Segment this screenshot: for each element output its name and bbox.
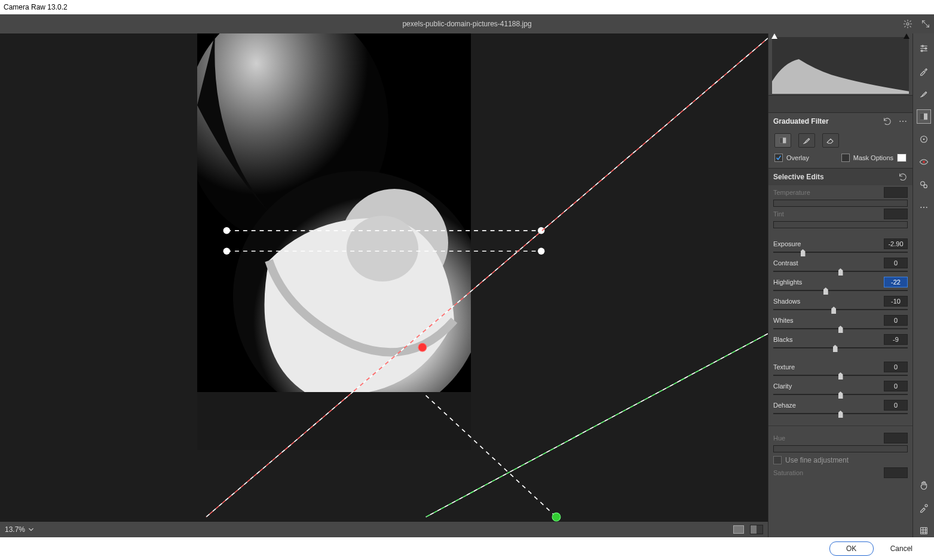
whites-slider[interactable]: Whites0 (773, 316, 908, 332)
svg-point-5 (347, 216, 418, 281)
clarity-value[interactable]: 0 (884, 381, 908, 391)
more-tools-icon[interactable] (917, 201, 930, 214)
right-panel: Graduated Filter (768, 33, 912, 537)
exposure-slider[interactable]: Exposure-2.90 (773, 239, 908, 256)
before-after-toggle-icon[interactable] (733, 525, 744, 534)
svg-line-16 (426, 333, 768, 517)
image-canvas[interactable] (197, 33, 471, 450)
zoom-value: 13.7% (5, 525, 25, 534)
graduated-filter-icon[interactable] (917, 110, 930, 123)
brush-mask-icon[interactable] (798, 133, 815, 148)
contrast-value[interactable]: 0 (884, 258, 908, 268)
texture-value[interactable]: 0 (884, 362, 908, 372)
selective-edits-header: Selective Edits (768, 168, 912, 185)
slider-track[interactable] (773, 325, 908, 332)
cancel-button[interactable]: Cancel (890, 544, 912, 553)
statusbar: 13.7% (0, 522, 768, 537)
eyedropper-icon[interactable] (917, 65, 930, 78)
slider-label: Highlights (773, 279, 802, 286)
reset-icon[interactable] (883, 117, 892, 126)
mask-options-checkbox[interactable]: Mask Options (841, 154, 907, 162)
hue-value (884, 433, 908, 443)
mask-color-swatch[interactable] (897, 154, 907, 162)
slider-label: Exposure (773, 240, 801, 247)
svg-point-31 (923, 139, 924, 140)
hand-tool-icon[interactable] (917, 479, 930, 492)
slider-track (773, 445, 908, 452)
dehaze-slider[interactable]: Dehaze0 (773, 400, 908, 417)
clarity-slider[interactable]: Clarity0 (773, 381, 908, 398)
hue-slider: Hue (773, 433, 908, 452)
slider-track[interactable] (773, 391, 908, 398)
status-right (733, 525, 763, 534)
mask-options-row: Overlay Mask Options (768, 151, 912, 168)
slider-track[interactable] (773, 268, 908, 275)
slider-label: Texture (773, 363, 795, 371)
svg-point-22 (905, 121, 907, 122)
svg-line-17 (426, 333, 768, 517)
whites-value[interactable]: 0 (884, 315, 908, 326)
blacks-slider[interactable]: Blacks-9 (773, 335, 908, 351)
slider-label: Blacks (773, 336, 792, 343)
highlights-value[interactable]: -22 (884, 277, 908, 287)
highlights-slider[interactable]: Highlights-22 (773, 277, 908, 294)
slider-label: Whites (773, 317, 794, 324)
fullscreen-icon[interactable] (921, 19, 930, 29)
svg-rect-24 (780, 137, 783, 143)
detail-sliders: Texture0Clarity0Dehaze0 (768, 360, 912, 426)
document-topbar: pexels-public-domain-pictures-41188.jpg (0, 14, 934, 33)
shadows-slider[interactable]: Shadows-10 (773, 296, 908, 313)
histogram[interactable] (772, 37, 909, 94)
window-titlebar: Camera Raw 13.0.2 (0, 0, 934, 14)
slider-track[interactable] (773, 306, 908, 313)
mask-options-label: Mask Options (853, 154, 893, 161)
split-view-icon[interactable] (750, 525, 763, 534)
redeye-icon[interactable] (917, 155, 930, 169)
shadows-value[interactable]: -10 (884, 296, 908, 307)
slider-track[interactable] (773, 410, 908, 417)
adjustments-scrollpane[interactable]: Selective Edits Temperature (768, 168, 912, 537)
topbar-right-icons (903, 19, 930, 29)
texture-slider[interactable]: Texture0 (773, 362, 908, 379)
temperature-value (884, 187, 908, 198)
shadow-clip-icon[interactable] (771, 33, 778, 39)
new-mask-icon[interactable] (774, 133, 791, 148)
slider-track[interactable] (773, 287, 908, 294)
image-stage[interactable] (0, 33, 768, 522)
more-icon[interactable] (898, 117, 908, 126)
brush-icon[interactable] (917, 87, 930, 100)
slider-label: Dehaze (773, 402, 796, 409)
tone-sliders: Exposure-2.90Contrast0Highlights-22Shado… (768, 237, 912, 360)
highlight-clip-icon[interactable] (903, 33, 910, 39)
erase-mask-icon[interactable] (822, 133, 839, 148)
slider-track (773, 221, 908, 228)
svg-point-32 (923, 161, 925, 163)
radial-filter-icon[interactable] (917, 133, 930, 146)
slider-track[interactable] (773, 344, 908, 351)
blacks-value[interactable]: -9 (884, 334, 908, 345)
svg-point-36 (923, 207, 924, 208)
color-sampler-icon[interactable] (917, 501, 930, 515)
saturation-value (884, 467, 908, 478)
reset-section-icon[interactable] (898, 172, 908, 182)
dehaze-value[interactable]: 0 (884, 400, 908, 411)
slider-track[interactable] (773, 372, 908, 379)
window-title: Camera Raw 13.0.2 (4, 3, 68, 11)
contrast-slider[interactable]: Contrast0 (773, 258, 908, 275)
dialog-footer: OK Cancel (0, 537, 934, 560)
ok-button[interactable]: OK (829, 541, 874, 556)
svg-point-21 (902, 121, 904, 122)
exposure-value[interactable]: -2.90 (884, 238, 908, 249)
slider-track[interactable] (773, 249, 908, 256)
svg-point-37 (926, 207, 927, 208)
edit-sliders-icon[interactable] (917, 42, 930, 55)
grid-icon[interactable] (917, 524, 930, 537)
main-area: pexels-public-domain-pictures-41188.jpg (0, 14, 934, 537)
saturation-slider: Saturation (773, 468, 908, 478)
spot-removal-icon[interactable] (917, 178, 930, 191)
zoom-dropdown[interactable]: 13.7% (0, 525, 38, 534)
svg-point-19 (552, 513, 561, 521)
slider-label: Clarity (773, 382, 792, 390)
overlay-checkbox[interactable]: Overlay (774, 154, 809, 162)
settings-icon[interactable] (903, 19, 912, 29)
